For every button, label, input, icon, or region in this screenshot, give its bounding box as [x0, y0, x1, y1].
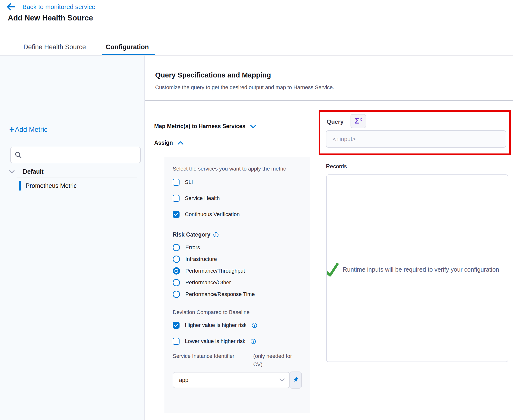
- tab-define-health-source[interactable]: Define Health Source: [23, 43, 86, 51]
- arrow-left-icon: [6, 3, 16, 11]
- service-instance-value: app: [179, 377, 188, 383]
- continuous-verification-label: Continuous Verification: [185, 211, 240, 218]
- plus-icon: +: [9, 126, 14, 133]
- add-metric-label: Add Metric: [15, 126, 48, 134]
- metric-search-input[interactable]: [25, 151, 136, 159]
- service-health-label: Service Health: [185, 195, 220, 201]
- infrastructure-label: Infrastructure: [185, 256, 217, 262]
- risk-option-performance-other: Performance/Other: [173, 279, 302, 286]
- records-panel: Runtime inputs will be required to verif…: [326, 174, 508, 362]
- deviation-option-higher: Higher value is higher risk i: [173, 322, 302, 329]
- chevron-down-icon: [9, 170, 15, 173]
- service-instance-note: (only needed for CV): [253, 352, 302, 369]
- chevron-down-icon: [250, 124, 256, 128]
- back-to-monitored-service-link[interactable]: Back to monitored service: [6, 3, 95, 11]
- performance-other-label: Performance/Other: [185, 279, 231, 286]
- runtime-input-pin-button[interactable]: [289, 372, 302, 389]
- performance-response-time-label: Performance/Response Time: [185, 291, 255, 297]
- query-input-value: <+input>: [333, 136, 356, 143]
- risk-category-header: Risk Category i: [173, 231, 302, 238]
- metrics-sidebar: + Add Metric Default Prometheus M: [0, 56, 145, 420]
- continuous-verification-checkbox[interactable]: [173, 211, 180, 218]
- info-icon[interactable]: i: [251, 339, 256, 344]
- performance-throughput-label: Performance/Throughput: [185, 268, 245, 274]
- errors-label: Errors: [185, 244, 200, 251]
- deviation-label: Deviation Compared to Baseline: [173, 308, 302, 316]
- performance-other-radio[interactable]: [173, 279, 180, 286]
- risk-option-performance-response-time: Performance/Response Time: [173, 291, 302, 298]
- chevron-up-icon: [177, 141, 184, 145]
- performance-response-time-radio[interactable]: [173, 291, 180, 298]
- risk-option-infrastructure: Infrastructure: [173, 256, 302, 263]
- records-label: Records: [326, 163, 347, 170]
- search-icon: [15, 151, 22, 159]
- info-icon[interactable]: i: [252, 323, 257, 328]
- service-health-checkbox[interactable]: [173, 195, 180, 202]
- lower-value-label: Lower value is higher risk: [185, 338, 245, 344]
- service-option-sli: SLI: [173, 179, 302, 186]
- lower-value-checkbox[interactable]: [173, 338, 180, 345]
- sli-label: SLI: [185, 179, 193, 185]
- metric-group-label: Default: [23, 168, 44, 175]
- info-icon[interactable]: i: [213, 232, 218, 237]
- expression-sigma-button[interactable]: Σ x: [351, 114, 366, 128]
- performance-throughput-radio[interactable]: [173, 267, 180, 275]
- assign-panel: Select the services you want to apply th…: [164, 157, 310, 413]
- sigma-icon: Σ: [355, 117, 359, 125]
- chevron-down-icon: [279, 378, 285, 382]
- green-check-icon: [326, 261, 340, 278]
- tab-configuration[interactable]: Configuration: [106, 43, 149, 51]
- metric-search-box: [10, 147, 141, 163]
- main-content: Query Specifications and Mapping Customi…: [145, 56, 513, 420]
- section-subheading: Customize the query to get the desired o…: [155, 84, 334, 91]
- risk-option-errors: Errors: [173, 244, 302, 251]
- higher-value-label: Higher value is higher risk: [185, 322, 247, 328]
- metric-group-default[interactable]: Default: [9, 168, 44, 175]
- pushpin-icon: [292, 376, 299, 384]
- service-instance-label: Service Instance Identifier: [173, 352, 242, 369]
- group-underline: [17, 178, 137, 178]
- service-option-continuous-verification: Continuous Verification: [173, 211, 302, 218]
- higher-value-checkbox[interactable]: [173, 322, 180, 329]
- section-divider: [145, 100, 513, 101]
- assign-toggle[interactable]: Assign: [154, 140, 184, 146]
- query-label: Query: [327, 118, 343, 125]
- services-prompt: Select the services you want to apply th…: [173, 165, 296, 173]
- sidebar-item-prometheus-metric[interactable]: Prometheus Metric: [19, 181, 77, 191]
- map-metrics-label: Map Metric(s) to Harness Services: [154, 123, 246, 130]
- selected-item-bar: [19, 181, 21, 191]
- errors-radio[interactable]: [173, 244, 180, 251]
- risk-option-performance-throughput: Performance/Throughput: [173, 267, 302, 275]
- add-health-source-screen: Back to monitored service Add New Health…: [0, 0, 513, 420]
- panel-divider: [173, 225, 302, 225]
- assign-label: Assign: [154, 140, 173, 146]
- section-heading: Query Specifications and Mapping: [155, 71, 271, 79]
- service-option-service-health: Service Health: [173, 195, 302, 202]
- infrastructure-radio[interactable]: [173, 256, 180, 263]
- back-link-label: Back to monitored service: [22, 3, 95, 11]
- sli-checkbox[interactable]: [173, 179, 180, 186]
- deviation-option-lower: Lower value is higher risk i: [173, 338, 302, 345]
- runtime-message-row: Runtime inputs will be required to verif…: [326, 261, 499, 278]
- service-instance-row: app: [173, 372, 302, 389]
- service-instance-select[interactable]: app: [173, 372, 290, 388]
- runtime-message: Runtime inputs will be required to verif…: [343, 266, 499, 273]
- service-instance-header: Service Instance Identifier (only needed…: [173, 352, 302, 369]
- add-metric-button[interactable]: + Add Metric: [9, 126, 48, 134]
- sidebar-item-label: Prometheus Metric: [26, 182, 77, 189]
- query-input[interactable]: <+input>: [326, 130, 506, 148]
- page-title: Add New Health Source: [8, 14, 93, 22]
- map-metrics-toggle[interactable]: Map Metric(s) to Harness Services: [154, 123, 256, 130]
- risk-category-label: Risk Category: [173, 231, 210, 238]
